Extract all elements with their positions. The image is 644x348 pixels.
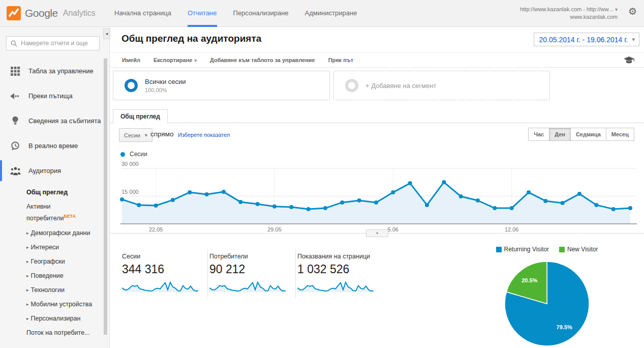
report-toolbar: ИмейлЕкспортиране▾Добавяне към таблото з… (110, 52, 644, 68)
google-analytics-logo[interactable]: Google Analytics (7, 6, 96, 20)
summary-metric-label: Потребители (209, 253, 291, 260)
toolbar-item-3[interactable]: Пряк път (328, 57, 354, 63)
expand-triangle-icon: ▸ (26, 316, 29, 321)
primary-nav: Начална страницаОтчитанеПерсонализиранеА… (114, 0, 357, 27)
account-line1: http://www.kazanlak.com - http://ww... (520, 6, 613, 12)
report-search (6, 36, 100, 50)
search-icon (11, 40, 17, 47)
metric-select-dropdown[interactable]: Сесии ▾ (119, 128, 152, 142)
svg-text:79.5%: 79.5% (557, 324, 572, 330)
sidebar-item-label: Преки пътища (28, 92, 73, 100)
sparkline (122, 279, 198, 293)
sidebar-item-label: Сведения за събитията (28, 117, 101, 125)
select-metric-link[interactable]: Изберете показател (178, 132, 230, 138)
audience-people-icon (9, 166, 21, 176)
chevron-down-icon: ▾ (145, 132, 147, 138)
sidebar-item-4[interactable]: Аудитория (0, 158, 109, 183)
search-input[interactable] (21, 40, 97, 47)
account-selector[interactable]: http://www.kazanlak.com - http://ww...▾ … (520, 6, 618, 21)
toolbar-item-0[interactable]: Имейл (122, 57, 140, 63)
sidebar-subitem-2[interactable]: ▸Демографски данни (26, 226, 109, 240)
sparkline (209, 279, 286, 293)
summary-metric-2[interactable]: Показвания на страници1 032 526 (297, 253, 379, 295)
sidebar-subitem-1[interactable]: Активни потребителиБЕТА (26, 199, 98, 226)
summary-metric-value: 90 212 (209, 263, 291, 276)
logo-google-text: Google (25, 7, 58, 19)
google-analytics-app: { "header": { "logo": { "google": "Googl… (0, 0, 644, 348)
svg-text:20.5%: 20.5% (522, 277, 537, 283)
tab-overview[interactable]: Общ преглед (113, 109, 168, 123)
add-segment-button[interactable]: + Добавяне на сегмент (333, 71, 550, 100)
pie-legend-item-0: Returning Visitor (496, 246, 549, 253)
sidebar: Табла за управлениеПреки пътищаСведения … (0, 27, 110, 348)
sidebar-subitem-7[interactable]: ▸Мобилни устройства (26, 297, 109, 311)
segment-all-sessions[interactable]: Всички сесии 100,00% (113, 71, 330, 100)
analytics-logo-icon (7, 6, 21, 20)
toolbar-item-2[interactable]: Добавяне към таблото за управление (210, 57, 315, 63)
date-range-selector[interactable]: 20.05.2014 г. - 19.06.2014 г. ▾ (534, 33, 639, 46)
nav-item-0[interactable]: Начална страница (114, 0, 171, 27)
sidebar-item-1[interactable]: Преки пътища (0, 83, 109, 108)
chevron-down-icon: ▾ (632, 36, 635, 43)
summary-metric-1[interactable]: Потребители90 212 (209, 253, 291, 295)
svg-text:12.06: 12.06 (505, 226, 519, 233)
sidebar-subitem-4[interactable]: ▸Географски (26, 254, 109, 269)
sidebar-item-0[interactable]: Табла за управление (0, 59, 109, 83)
expand-triangle-icon: ▸ (26, 287, 29, 293)
sidebar-subitem-3[interactable]: ▸Интереси (26, 240, 109, 254)
sidebar-item-3[interactable]: В реално време (0, 133, 109, 158)
sidebar-item-label: Аудитория (28, 167, 61, 175)
divider (295, 249, 296, 298)
gear-icon[interactable]: ⚙ (628, 7, 637, 16)
nav-item-1[interactable]: Отчитане (188, 0, 217, 27)
segment-donut-icon (125, 79, 138, 92)
collapse-left-icon: ◂ (106, 31, 108, 36)
summary-metric-0[interactable]: Сесии344 316 (122, 253, 203, 295)
intelligence-bulb-icon (9, 116, 21, 126)
toolbar-item-1[interactable]: Експортиране▾ (154, 57, 197, 63)
sessions-legend-dot-icon (120, 152, 125, 157)
segment-percent: 100,00% (145, 87, 186, 93)
sidebar-subitem-5[interactable]: ▸Поведение (26, 269, 109, 283)
chart-collapse-handle[interactable]: ▾ (366, 229, 388, 237)
sidebar-item-label: В реално време (28, 142, 78, 150)
page-title: Общ преглед на аудиторията (121, 33, 261, 44)
svg-text:15 000: 15 000 (121, 189, 139, 195)
nav-item-3[interactable]: Администриране (305, 0, 357, 27)
legend-swatch-icon (496, 247, 502, 252)
nav-item-2[interactable]: Персонализиране (233, 0, 289, 27)
summary-metric-value: 1 032 526 (297, 263, 379, 276)
legend-swatch-icon (559, 247, 565, 252)
pie-legend-label: New Visitor (567, 246, 598, 253)
svg-text:30 000: 30 000 (121, 161, 139, 167)
svg-text:22.05: 22.05 (149, 226, 163, 233)
shortcut-arrow-icon (9, 93, 21, 100)
account-line2: www.kazanlak.com (520, 13, 618, 21)
svg-text:5.06: 5.06 (388, 226, 398, 233)
granularity-button-0[interactable]: Час (528, 128, 549, 141)
sidebar-subitem-9[interactable]: Поток на потребите... (26, 326, 109, 340)
segment-title: Всички сесии (145, 78, 186, 85)
summary-metric-label: Показвания на страници (297, 253, 379, 260)
sidebar-item-2[interactable]: Сведения за събитията (0, 108, 109, 133)
granularity-button-1[interactable]: Ден (549, 128, 571, 141)
dashboard-grid-icon (9, 67, 21, 76)
svg-text:29.05: 29.05 (267, 226, 282, 233)
sidebar-subitem-0[interactable]: Общ преглед (26, 185, 109, 199)
pie-legend-item-1: New Visitor (559, 246, 598, 253)
sidebar-subitem-8[interactable]: ▸Персонализиран (26, 311, 109, 326)
sidebar-subitem-6[interactable]: ▸Технологии (26, 283, 109, 297)
summary-metric-label: Сесии (122, 253, 203, 260)
granularity-button-3[interactable]: Месец (606, 128, 634, 141)
top-header: Google Analytics Начална страницаОтчитан… (0, 0, 644, 27)
sidebar-scrollbar[interactable] (104, 59, 107, 335)
granularity-button-2[interactable]: Седмица (570, 128, 606, 141)
sidebar-children: Общ прегледАктивни потребителиБЕТА▸Демог… (0, 183, 109, 344)
sidebar-item-5[interactable]: Придобиване (0, 344, 109, 348)
sidebar-collapse-button[interactable]: ◂ (103, 28, 110, 39)
metric-select-value: Сесии (124, 132, 140, 138)
pie-legend-label: Returning Visitor (504, 246, 549, 253)
education-cap-icon[interactable] (623, 56, 635, 67)
sessions-line-chart: 15 00030 00022.0529.055.0612.06 (114, 159, 638, 233)
summary-metric-value: 344 316 (122, 263, 203, 276)
